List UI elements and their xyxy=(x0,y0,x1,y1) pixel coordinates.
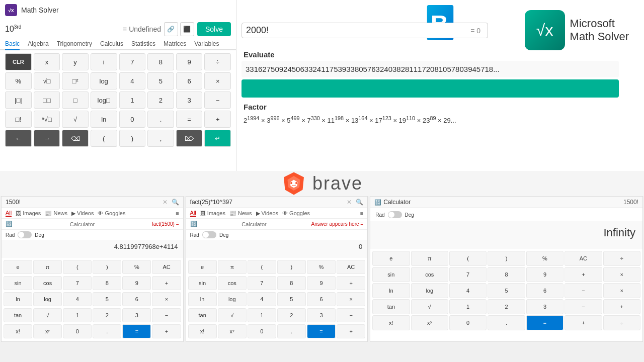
filter-menu-2[interactable]: ≡ xyxy=(360,210,363,216)
p3-plus[interactable]: + xyxy=(565,267,602,282)
filter-images-1[interactable]: 🖼 Images xyxy=(16,210,41,216)
p1-fact[interactable]: x! xyxy=(4,324,32,338)
key-rparen[interactable]: ) xyxy=(119,130,146,147)
p2-0[interactable]: 0 xyxy=(248,324,276,338)
p2-plus[interactable]: + xyxy=(337,276,365,290)
panel1-toggle[interactable] xyxy=(18,231,32,238)
key-sqrt-box[interactable]: √□ xyxy=(34,72,60,89)
p3-rp[interactable]: ) xyxy=(488,251,525,266)
key-nthroot[interactable]: ⁿ√□ xyxy=(34,111,60,128)
p2-mul[interactable]: × xyxy=(337,292,365,306)
p2-ln[interactable]: ln xyxy=(188,292,217,306)
filter-menu-1[interactable]: ≡ xyxy=(176,210,179,216)
p3-8[interactable]: 8 xyxy=(488,267,525,282)
key-5[interactable]: 5 xyxy=(147,72,174,89)
p2-1[interactable]: 1 xyxy=(248,308,276,322)
p3-2[interactable]: 2 xyxy=(488,299,525,314)
p3-eq[interactable]: = xyxy=(526,315,564,330)
p3-mul[interactable]: × xyxy=(603,267,640,282)
filter-images-2[interactable]: 🖼 Images xyxy=(200,210,225,216)
p2-pow[interactable]: xʸ xyxy=(218,324,247,338)
key-enter[interactable]: ↵ xyxy=(204,130,231,147)
p2-5[interactable]: 5 xyxy=(277,292,306,306)
p1-plus[interactable]: + xyxy=(152,276,181,290)
key-2[interactable]: 2 xyxy=(147,92,174,109)
p2-2[interactable]: 2 xyxy=(277,308,306,322)
p3-fact[interactable]: x! xyxy=(372,315,410,330)
key-y[interactable]: y xyxy=(62,53,89,70)
p2-pct[interactable]: % xyxy=(307,260,336,274)
p1-5[interactable]: 5 xyxy=(93,292,121,306)
tab-basic[interactable]: Basic xyxy=(5,38,20,50)
panel2-search-icon[interactable]: 🔍 xyxy=(356,199,363,206)
p3-div2[interactable]: ÷ xyxy=(603,315,640,330)
key-del[interactable]: ⌦ xyxy=(176,130,203,147)
p3-cross[interactable]: × xyxy=(603,283,640,298)
p2-e[interactable]: e xyxy=(188,260,217,274)
p1-0[interactable]: 0 xyxy=(63,324,92,338)
p3-5[interactable]: 5 xyxy=(488,283,525,298)
p1-ln[interactable]: ln xyxy=(4,292,32,306)
key-percent[interactable]: % xyxy=(5,72,32,89)
p3-pi[interactable]: π xyxy=(411,251,448,266)
p3-6[interactable]: 6 xyxy=(526,283,564,298)
p2-dot[interactable]: . xyxy=(277,324,306,338)
key-8[interactable]: 8 xyxy=(147,53,174,70)
p3-1[interactable]: 1 xyxy=(449,299,487,314)
panel2-toggle[interactable] xyxy=(202,231,216,238)
key-x[interactable]: x xyxy=(34,53,60,70)
tab-calculus[interactable]: Calculus xyxy=(100,38,123,50)
p1-log[interactable]: log xyxy=(33,292,62,306)
key-abs[interactable]: |□| xyxy=(5,92,32,109)
p3-tan[interactable]: tan xyxy=(372,299,410,314)
p1-2[interactable]: 2 xyxy=(93,308,121,322)
p3-0[interactable]: 0 xyxy=(449,315,487,330)
p3-3[interactable]: 3 xyxy=(526,299,564,314)
key-4[interactable]: 4 xyxy=(119,72,146,89)
panel1-clear-icon[interactable]: ✕ xyxy=(163,199,168,206)
p2-add2[interactable]: + xyxy=(337,324,365,338)
tab-trigonometry[interactable]: Trigonometry xyxy=(57,38,92,50)
key-back[interactable]: ⌫ xyxy=(62,130,89,147)
key-sub[interactable]: − xyxy=(204,92,231,109)
p3-lp[interactable]: ( xyxy=(449,251,487,266)
filter-goggles-1[interactable]: 👁 Goggles xyxy=(98,210,125,216)
p1-pow[interactable]: xʸ xyxy=(33,324,62,338)
key-frac[interactable]: □□ xyxy=(34,92,60,109)
p1-lp[interactable]: ( xyxy=(63,260,92,274)
p3-ln[interactable]: ln xyxy=(372,283,410,298)
key-div[interactable]: ÷ xyxy=(204,53,231,70)
p2-fact[interactable]: x! xyxy=(188,324,217,338)
p1-8[interactable]: 8 xyxy=(93,276,121,290)
key-mul[interactable]: × xyxy=(204,72,231,89)
p3-sqrt[interactable]: √ xyxy=(411,299,448,314)
key-fact[interactable]: □! xyxy=(5,111,32,128)
filter-goggles-2[interactable]: 👁 Goggles xyxy=(282,210,310,216)
p1-add2[interactable]: + xyxy=(152,324,181,338)
p1-9[interactable]: 9 xyxy=(122,276,151,290)
key-7[interactable]: 7 xyxy=(119,53,146,70)
key-lparen[interactable]: ( xyxy=(91,130,117,147)
p3-div[interactable]: ÷ xyxy=(603,251,640,266)
key-comma[interactable]: , xyxy=(147,130,174,147)
p1-dot[interactable]: . xyxy=(93,324,121,338)
p3-9[interactable]: 9 xyxy=(526,267,564,282)
p1-sin[interactable]: sin xyxy=(4,276,32,290)
key-9[interactable]: 9 xyxy=(176,53,203,70)
p2-ac[interactable]: AC xyxy=(337,260,365,274)
p3-cos[interactable]: cos xyxy=(411,267,448,282)
p2-3[interactable]: 3 xyxy=(307,308,336,322)
key-clr[interactable]: CLR xyxy=(5,53,32,70)
tab-statistics[interactable]: Statistics xyxy=(131,38,155,50)
p1-mul[interactable]: × xyxy=(152,292,181,306)
panel1-widget-link[interactable]: fact(1500) = xyxy=(152,221,179,227)
p1-pi[interactable]: π xyxy=(33,260,62,274)
p2-6[interactable]: 6 xyxy=(307,292,336,306)
p2-sqrt[interactable]: √ xyxy=(218,308,247,322)
p3-ac[interactable]: AC xyxy=(565,251,602,266)
p3-e[interactable]: e xyxy=(372,251,410,266)
key-ln[interactable]: ln xyxy=(91,111,117,128)
p3-log[interactable]: log xyxy=(411,283,448,298)
panel2-widget-link[interactable]: Answer appears here = xyxy=(311,221,363,227)
p2-lp[interactable]: ( xyxy=(248,260,276,274)
